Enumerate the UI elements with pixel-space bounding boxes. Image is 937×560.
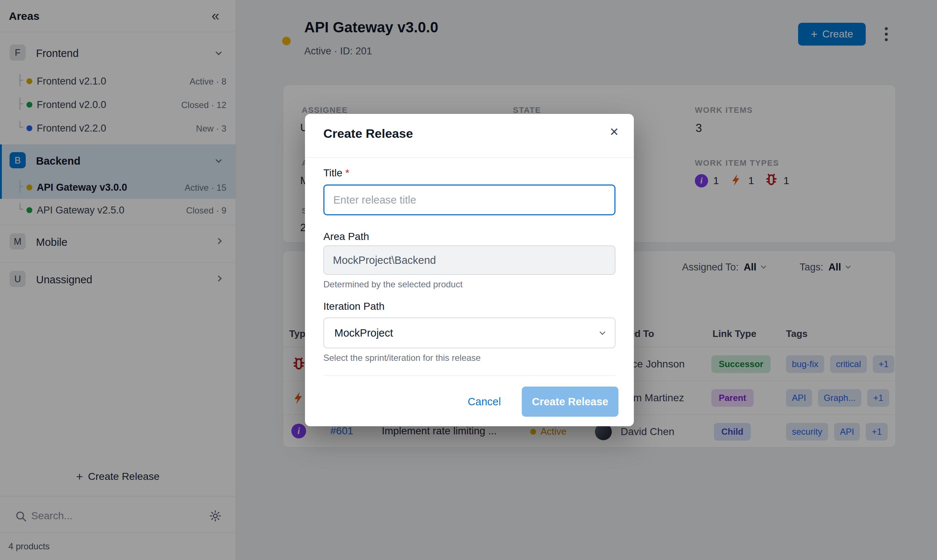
create-release-submit-button[interactable]: Create Release: [522, 386, 619, 417]
cancel-button[interactable]: Cancel: [462, 392, 506, 411]
create-release-modal: Create Release × Title* Area Path Determ…: [305, 114, 634, 426]
app-root: Areas « F Frontend ├ Frontend v2.1.0 Act…: [0, 0, 937, 560]
divider: [323, 375, 615, 376]
area-path-hint: Determined by the selected product: [323, 279, 463, 289]
area-path-input: [323, 245, 615, 275]
close-icon[interactable]: ×: [610, 124, 619, 139]
iteration-path-hint: Select the sprint/iteration for this rel…: [323, 353, 481, 363]
divider: [305, 157, 634, 158]
iteration-path-label: Iteration Path: [323, 301, 385, 312]
iteration-path-select[interactable]: MockProject: [323, 317, 615, 348]
chevron-down-icon: [600, 329, 606, 335]
required-asterisk: *: [345, 167, 349, 178]
iteration-path-value: MockProject: [334, 327, 393, 339]
modal-title: Create Release: [323, 126, 413, 141]
area-path-label: Area Path: [323, 231, 369, 243]
release-title-input[interactable]: [323, 185, 615, 215]
title-field-label: Title*: [323, 167, 349, 179]
